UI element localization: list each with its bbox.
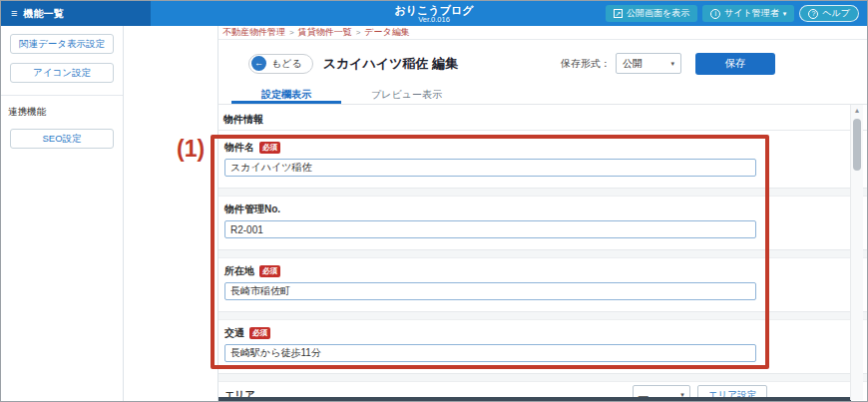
chevron-down-icon: ▾ (783, 10, 787, 17)
row-gap (218, 374, 867, 382)
required-badge: 必須 (249, 327, 270, 339)
top-bar: ≡ 機能一覧 おりこうブログ Ver.0.016 ↗ 公開画面を表示 i サイト… (1, 1, 867, 26)
field-label-line: 物件名 必須 (224, 141, 867, 155)
breadcrumb-separator: > (289, 28, 294, 37)
field-label: 所在地 (224, 264, 254, 278)
back-button[interactable]: ← もどる (248, 54, 313, 74)
form-row-property-number: 物件管理No. (218, 197, 867, 250)
save-button[interactable]: 保存 (695, 53, 775, 75)
help-label: ヘルプ (822, 7, 850, 20)
vertical-scrollbar[interactable]: ▴ (850, 105, 863, 400)
sidebar-divider (1, 95, 123, 96)
back-button-label: もどる (271, 57, 302, 71)
breadcrumb-item-data-edit: データ編集 (364, 26, 409, 39)
required-badge: 必須 (259, 265, 280, 277)
field-label: 交通 (224, 326, 244, 340)
location-input[interactable] (224, 282, 756, 300)
row-gap (218, 250, 867, 258)
tab-preview-view[interactable]: プレビュー表示 (341, 87, 472, 104)
info-icon: i (710, 9, 720, 19)
field-label-line: 所在地 必須 (224, 264, 867, 278)
required-badge: 必須 (259, 142, 280, 154)
scroll-content: 物件情報 物件名 必須 物件管理No. 所在地 必須 (218, 105, 867, 401)
field-label-line: 交通 必須 (224, 326, 867, 340)
sidebar-section-label: 連携機能 (1, 106, 123, 129)
breadcrumb-item-rental-list[interactable]: 賃貸物件一覧 (298, 26, 352, 39)
form-row-location: 所在地 必須 (218, 258, 867, 312)
external-link-icon: ↗ (614, 9, 623, 18)
help-icon: ? (808, 9, 818, 19)
transportation-input[interactable] (224, 344, 756, 362)
form-row-property-name: 物件名 必須 (218, 135, 867, 189)
breadcrumb-separator: > (356, 28, 361, 37)
form-row-transportation: 交通 必須 (218, 320, 867, 374)
save-format-select[interactable]: 公開 ▾ (616, 53, 681, 74)
scrollbar-up-icon[interactable]: ▴ (851, 105, 863, 117)
help-button[interactable]: ? ヘルプ (799, 5, 859, 22)
sidebar: 関連データ表示設定 アイコン設定 連携機能 SEO設定 (1, 26, 124, 401)
hamburger-menu-icon: ≡ (11, 8, 17, 19)
page-header: ← もどる スカイハイツ稲佐 編集 保存形式： 公開 ▾ 保存 (218, 40, 867, 87)
sidebar-button-related-data-settings[interactable]: 関連データ表示設定 (10, 34, 114, 54)
menu-button[interactable]: ≡ 機能一覧 (1, 1, 151, 26)
topbar-actions: ↗ 公開画面を表示 i サイト管理者 ▾ ? ヘルプ (606, 5, 867, 22)
row-gap (218, 312, 867, 320)
main-pane: 不動産物件管理 > 賃貸物件一覧 > データ編集 ← もどる スカイハイツ稲佐 … (218, 26, 867, 401)
app-title-block: おりこうブログ Ver.0.016 (395, 3, 474, 23)
gutter-column (124, 26, 218, 401)
field-label: 物件管理No. (224, 202, 280, 216)
property-number-input[interactable] (224, 220, 756, 238)
scrollbar-thumb[interactable] (853, 119, 861, 171)
open-public-site-label: 公開画面を表示 (627, 7, 689, 20)
menu-label: 機能一覧 (23, 7, 63, 21)
row-gap (218, 189, 867, 197)
site-admin-label: サイト管理者 (724, 7, 779, 20)
field-label: 物件名 (224, 141, 254, 155)
sidebar-button-seo-settings[interactable]: SEO設定 (10, 129, 114, 149)
tab-settings-view[interactable]: 設定欄表示 (231, 87, 341, 104)
section-title: 物件情報 (218, 105, 867, 131)
page-title: スカイハイツ稲佐 編集 (323, 55, 458, 73)
back-arrow-icon: ← (251, 56, 266, 71)
save-format-value: 公開 (623, 57, 643, 71)
app-window: ≡ 機能一覧 おりこうブログ Ver.0.016 ↗ 公開画面を表示 i サイト… (0, 0, 868, 402)
breadcrumb-item-property-management[interactable]: 不動産物件管理 (222, 26, 285, 39)
select-caret-icon: ▾ (670, 60, 674, 68)
save-format-label: 保存形式： (561, 57, 611, 71)
open-public-site-button[interactable]: ↗ 公開画面を表示 (606, 5, 697, 22)
field-label-line: 物件管理No. (224, 202, 867, 216)
breadcrumb: 不動産物件管理 > 賃貸物件一覧 > データ編集 (218, 26, 867, 40)
property-name-input[interactable] (224, 159, 756, 177)
next-section-bar (218, 397, 851, 401)
sidebar-button-icon-settings[interactable]: アイコン設定 (10, 63, 114, 83)
save-controls: 保存形式： 公開 ▾ 保存 (561, 53, 775, 75)
tab-bar: 設定欄表示 プレビュー表示 (218, 87, 867, 105)
app-version: Ver.0.016 (395, 15, 474, 23)
site-admin-menu-button[interactable]: i サイト管理者 ▾ (702, 5, 794, 22)
